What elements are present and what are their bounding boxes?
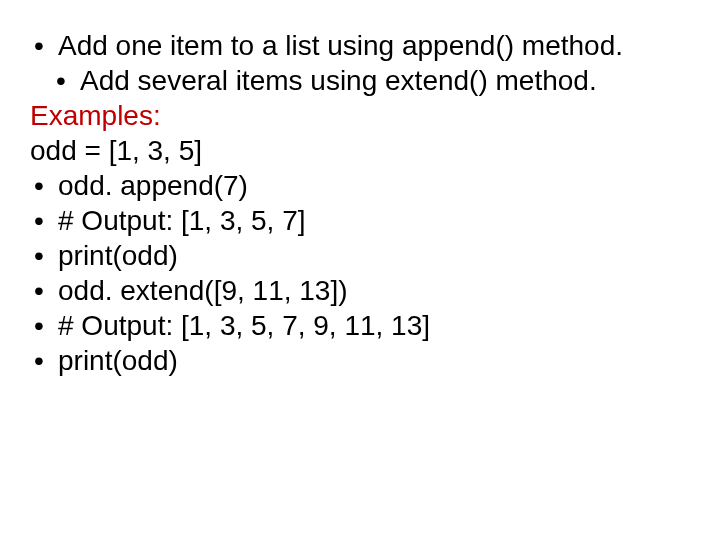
bullet-line-output2: • # Output: [1, 3, 5, 7, 9, 11, 13]	[30, 308, 690, 343]
text-output2: # Output: [1, 3, 5, 7, 9, 11, 13]	[58, 308, 430, 343]
bullet-line-extend-call: • odd. extend([9, 11, 13])	[30, 273, 690, 308]
bullet-line-print2: • print(odd)	[30, 343, 690, 378]
bullet-icon: •	[30, 203, 48, 238]
text-extend-method: Add several items using extend() method.	[80, 63, 597, 98]
bullet-icon: •	[30, 28, 48, 63]
line-odd-init: odd = [1, 3, 5]	[30, 133, 690, 168]
text-extend-call: odd. extend([9, 11, 13])	[58, 273, 348, 308]
bullet-line-append: • Add one item to a list using append() …	[30, 28, 690, 63]
text-append-method: Add one item to a list using append() me…	[58, 28, 623, 63]
bullet-icon: •	[52, 63, 70, 98]
bullet-line-print1: • print(odd)	[30, 238, 690, 273]
text-print2: print(odd)	[58, 343, 178, 378]
bullet-line-extend: • Add several items using extend() metho…	[30, 63, 690, 98]
bullet-icon: •	[30, 168, 48, 203]
slide: • Add one item to a list using append() …	[0, 0, 720, 540]
bullet-icon: •	[30, 343, 48, 378]
line-examples: Examples:	[30, 98, 690, 133]
text-odd-init: odd = [1, 3, 5]	[30, 133, 202, 168]
bullet-icon: •	[30, 308, 48, 343]
text-output1: # Output: [1, 3, 5, 7]	[58, 203, 306, 238]
text-print1: print(odd)	[58, 238, 178, 273]
text-append-call: odd. append(7)	[58, 168, 248, 203]
bullet-icon: •	[30, 273, 48, 308]
bullet-icon: •	[30, 238, 48, 273]
text-examples-heading: Examples:	[30, 98, 161, 133]
bullet-line-append-call: • odd. append(7)	[30, 168, 690, 203]
bullet-line-output1: • # Output: [1, 3, 5, 7]	[30, 203, 690, 238]
